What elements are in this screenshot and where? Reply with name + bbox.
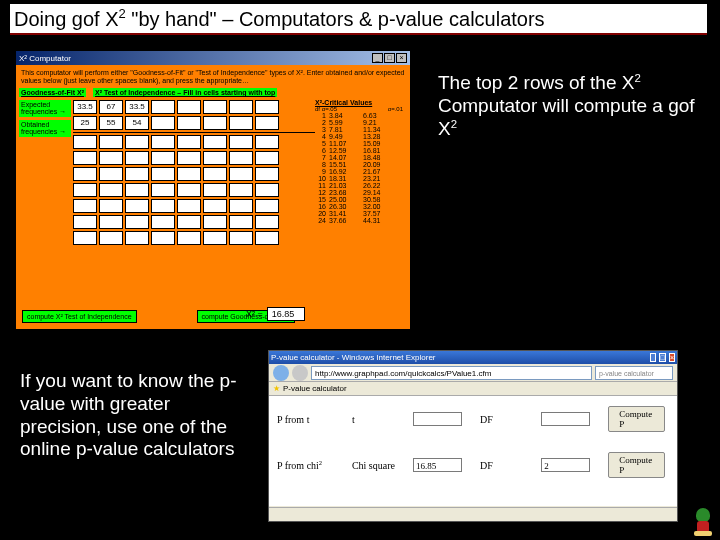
independence-cell[interactable] (255, 215, 279, 229)
tab-gof[interactable]: Goodness-of-Fit X² (19, 88, 86, 97)
independence-cell[interactable] (203, 231, 227, 245)
expected-cell[interactable]: 67 (99, 100, 123, 114)
label-expected: Expected frequencies → (19, 100, 71, 117)
compute-independence-button[interactable]: compute X² Test of Independence (22, 310, 137, 323)
independence-cell[interactable] (125, 231, 149, 245)
independence-cell[interactable] (73, 167, 97, 181)
independence-cell[interactable] (177, 167, 201, 181)
obtained-cell[interactable] (203, 116, 227, 130)
independence-cell[interactable] (73, 183, 97, 197)
computator-window: X² Computator _ □ × This computator will… (15, 50, 411, 330)
t-df-input[interactable] (541, 412, 590, 426)
page-tab[interactable]: P-value calculator (283, 384, 347, 393)
maximize-icon[interactable]: □ (659, 353, 665, 362)
independence-cell[interactable] (73, 199, 97, 213)
minimize-icon[interactable]: _ (372, 53, 383, 63)
independence-cell[interactable] (203, 167, 227, 181)
chi2-input[interactable]: 16.85 (413, 458, 462, 472)
expected-cell[interactable] (203, 100, 227, 114)
browser-tabs: ★ P-value calculator (269, 382, 677, 396)
independence-cell[interactable] (177, 151, 201, 165)
expected-cell[interactable] (229, 100, 253, 114)
independence-cell[interactable] (229, 135, 253, 149)
independence-cell[interactable] (255, 167, 279, 181)
independence-cell[interactable] (255, 135, 279, 149)
chi2-df-input[interactable]: 2 (541, 458, 590, 472)
expected-cell[interactable]: 33.5 (125, 100, 149, 114)
independence-cell[interactable] (151, 167, 175, 181)
independence-cell[interactable] (99, 135, 123, 149)
expected-cell[interactable]: 33.5 (73, 100, 97, 114)
expected-cell[interactable] (177, 100, 201, 114)
independence-cell[interactable] (229, 167, 253, 181)
independence-cell[interactable] (203, 135, 227, 149)
independence-cell[interactable] (99, 151, 123, 165)
independence-cell[interactable] (151, 135, 175, 149)
independence-cell[interactable] (229, 215, 253, 229)
crit-row: 916.9221.67 (315, 168, 407, 175)
independence-cell[interactable] (151, 231, 175, 245)
independence-cell[interactable] (229, 199, 253, 213)
independence-cell[interactable] (151, 199, 175, 213)
independence-cell[interactable] (125, 199, 149, 213)
obtained-cell[interactable]: 55 (99, 116, 123, 130)
independence-cell[interactable] (125, 183, 149, 197)
independence-cell[interactable] (125, 135, 149, 149)
independence-cell[interactable] (255, 231, 279, 245)
independence-cell[interactable] (125, 167, 149, 181)
independence-cell[interactable] (73, 151, 97, 165)
expected-cell[interactable] (151, 100, 175, 114)
obtained-cell[interactable] (151, 116, 175, 130)
independence-cell[interactable] (177, 231, 201, 245)
independence-cell[interactable] (99, 183, 123, 197)
independence-cell[interactable] (229, 151, 253, 165)
obtained-cell[interactable] (177, 116, 201, 130)
independence-cell[interactable] (177, 135, 201, 149)
independence-cell[interactable] (73, 135, 97, 149)
expected-cell[interactable] (255, 100, 279, 114)
tab-independence[interactable]: X² Test of Independence – Fill in cells … (93, 88, 277, 97)
independence-cell[interactable] (255, 151, 279, 165)
obtained-cell[interactable]: 54 (125, 116, 149, 130)
independence-cell[interactable] (229, 231, 253, 245)
independence-cell[interactable] (151, 215, 175, 229)
back-icon[interactable] (273, 365, 289, 381)
obtained-cell[interactable] (255, 116, 279, 130)
independence-cell[interactable] (203, 183, 227, 197)
independence-cell[interactable] (73, 215, 97, 229)
independence-cell[interactable] (99, 215, 123, 229)
independence-cell[interactable] (99, 231, 123, 245)
independence-cell[interactable] (151, 151, 175, 165)
favorite-icon[interactable]: ★ (273, 384, 280, 393)
independence-cell[interactable] (203, 151, 227, 165)
independence-cell[interactable] (99, 199, 123, 213)
url-input[interactable]: http://www.graphpad.com/quickcalcs/PValu… (311, 366, 592, 380)
independence-cell[interactable] (125, 215, 149, 229)
independence-cell[interactable] (255, 199, 279, 213)
independence-cell[interactable] (255, 183, 279, 197)
independence-cell[interactable] (151, 183, 175, 197)
compute-p-chi2-button[interactable]: Compute P (608, 452, 665, 478)
obtained-cell[interactable]: 25 (73, 116, 97, 130)
maximize-icon[interactable]: □ (384, 53, 395, 63)
independence-cell[interactable] (229, 183, 253, 197)
browser-title: P-value calculator - Windows Internet Ex… (271, 353, 436, 362)
slide-title: Doing gof X2 "by hand" – Computators & p… (10, 4, 707, 35)
t-input[interactable] (413, 412, 462, 426)
search-input[interactable]: p-value calculator (595, 366, 673, 380)
minimize-icon[interactable]: _ (650, 353, 656, 362)
independence-cell[interactable] (177, 215, 201, 229)
independence-cell[interactable] (99, 167, 123, 181)
forward-icon[interactable] (292, 365, 308, 381)
close-icon[interactable]: × (396, 53, 407, 63)
independence-cell[interactable] (177, 183, 201, 197)
independence-cell[interactable] (203, 215, 227, 229)
independence-cell[interactable] (73, 231, 97, 245)
obtained-cell[interactable] (229, 116, 253, 130)
independence-cell[interactable] (203, 199, 227, 213)
close-icon[interactable]: × (669, 353, 675, 362)
crit-row: 1121.0326.22 (315, 182, 407, 189)
compute-p-t-button[interactable]: Compute P (608, 406, 665, 432)
independence-cell[interactable] (177, 199, 201, 213)
independence-cell[interactable] (125, 151, 149, 165)
